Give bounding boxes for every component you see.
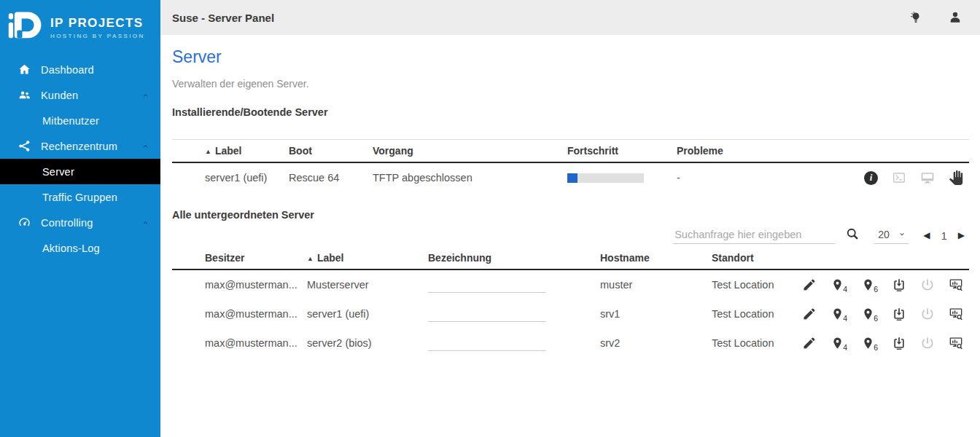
ipv6-button[interactable]: 6 [860,306,879,323]
ipv6-pin-icon: 6 [861,336,878,350]
power-icon [920,277,935,292]
sidebar-item-kunden[interactable]: Kunden [0,82,160,108]
hints-button[interactable] [907,9,925,26]
sidebar-nav: Dashboard Kunden Mitbenutzer Rechenzentr… [0,55,160,261]
column-header-vorgang[interactable]: Vorgang [373,140,567,163]
install-icon [892,277,906,292]
users-icon [18,88,31,102]
brand-logo[interactable]: IP PROJECTS HOSTING BY PASSION [0,0,160,55]
cell-besitzer: max@musterman... [172,328,307,358]
bezeichnung-input[interactable] [428,335,546,351]
ipv4-count: 4 [843,314,847,323]
sidebar-item-dashboard[interactable]: Dashboard [0,57,160,82]
sidebar-item-controlling[interactable]: Controlling [0,210,160,235]
edit-icon [802,336,817,350]
stats-button[interactable] [947,276,965,294]
edit-button[interactable] [801,334,818,352]
power-button[interactable] [919,305,936,323]
sort-asc-icon: ▲ [205,148,211,155]
bezeichnung-input[interactable] [428,306,546,322]
cell-standort: Test Location [712,269,814,299]
power-button[interactable] [919,334,936,352]
cell-label: server2 (bios) [307,328,428,358]
stats-button[interactable] [947,334,965,352]
page-size-select[interactable]: 20 [874,227,909,244]
cell-besitzer: max@musterman... [172,299,307,328]
page-title: Server [172,47,969,67]
ipv4-button[interactable]: 4 [829,335,849,352]
display-button[interactable] [919,169,936,186]
ipv4-button[interactable]: 4 [829,306,849,323]
ipv6-count: 6 [874,285,878,294]
search-button[interactable] [844,225,861,243]
column-header-hostname[interactable]: Hostname [600,247,712,269]
cell-label: Musterserver [307,269,428,299]
stats-button[interactable] [947,305,965,323]
page-subtitle: Verwalten der eigenen Server. [172,78,969,90]
column-header-besitzer[interactable]: Besitzer [172,247,307,269]
stop-button[interactable] [947,169,965,186]
power-icon [920,307,935,321]
console-button[interactable] [890,169,908,186]
user-icon [948,10,962,25]
sort-asc-icon: ▲ [307,255,314,262]
sidebar-item-traffic-gruppen[interactable]: Traffic Gruppen [0,184,160,210]
ipv6-button[interactable]: 6 [860,335,879,352]
cell-actions: 4 6 [814,299,969,328]
prev-page-button[interactable]: ◀ [922,229,931,242]
cell-bezeichnung [428,299,600,328]
account-button[interactable] [946,9,964,26]
stats-icon [949,307,963,321]
sidebar-item-aktions-log[interactable]: Aktions-Log [0,235,160,261]
ipv4-button[interactable]: 4 [829,277,849,294]
chevron-up-icon [141,141,150,151]
booting-section-heading: Installierende/Bootende Server [172,106,969,118]
cell-hostname: muster [600,269,712,299]
edit-button[interactable] [801,276,818,294]
ipv6-pin-icon: 6 [861,278,878,292]
gauge-icon [18,216,31,229]
cell-hostname: srv2 [600,328,712,358]
cell-label: server1 (uefi) [307,299,428,328]
sidebar-item-mitbenutzer[interactable]: Mitbenutzer [0,108,160,133]
power-button[interactable] [919,276,936,294]
stop-hand-icon [949,170,963,185]
table-row: max@musterman... server1 (uefi) srv1 Tes… [172,299,969,328]
cell-besitzer: max@musterman... [172,269,307,299]
info-button[interactable]: i [863,170,879,186]
ipv6-count: 6 [874,314,878,323]
bezeichnung-input[interactable] [428,277,546,293]
search-input[interactable] [673,226,835,244]
ipv6-button[interactable]: 6 [860,277,879,294]
ipv4-count: 4 [843,343,847,352]
sidebar-item-label: Traffic Gruppen [42,192,117,203]
chevron-up-icon [141,90,150,100]
sidebar: IP PROJECTS HOSTING BY PASSION Dashboard… [0,0,160,437]
cell-fortschritt [567,162,677,192]
column-header-fortschritt[interactable]: Fortschritt [567,140,677,163]
all-servers-table: Besitzer ▲Label Bezeichnung Hostname Sta… [172,247,969,358]
lightbulb-icon [909,10,923,25]
column-header-standort[interactable]: Standort [712,247,814,269]
column-header-boot[interactable]: Boot [289,140,373,163]
column-header-bezeichnung[interactable]: Bezeichnung [428,247,600,269]
table-row: max@musterman... Musterserver muster Tes… [172,269,969,299]
column-header-label[interactable]: ▲Label [307,247,428,269]
sidebar-item-label: Kunden [41,90,78,101]
column-header-label[interactable]: ▲Label [172,140,289,163]
column-header-probleme[interactable]: Probleme [677,140,810,163]
next-page-button[interactable]: ▶ [957,229,966,242]
stats-icon [949,277,963,292]
install-button[interactable] [890,305,908,323]
install-button[interactable] [890,276,908,294]
cell-vorgang: TFTP abgeschlossen [373,162,567,192]
chevron-down-icon [898,230,906,239]
sidebar-item-server[interactable]: Server [0,159,160,184]
install-button[interactable] [890,334,908,352]
search-icon [845,227,860,241]
cell-bezeichnung [428,269,600,299]
sidebar-item-rechenzentrum[interactable]: Rechenzentrum [0,133,160,159]
power-icon [920,336,935,350]
edit-button[interactable] [801,305,818,323]
page-size-value: 20 [878,229,890,240]
